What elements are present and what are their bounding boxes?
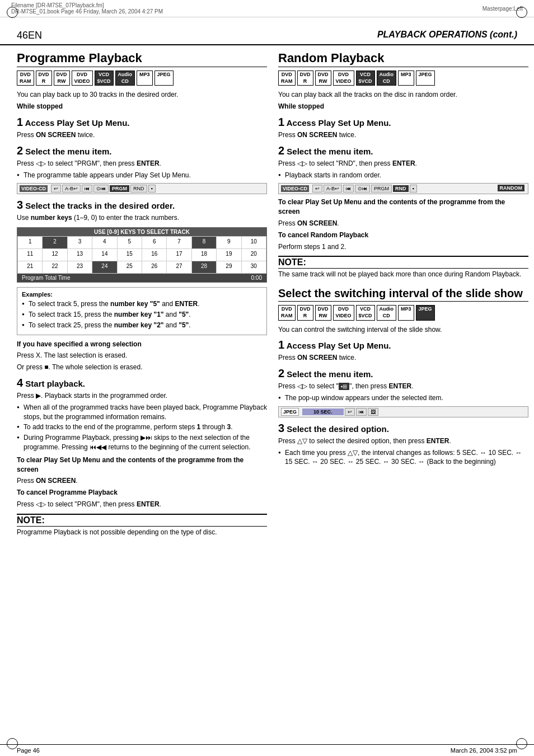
badge-row-programme: DVDRAM DVDR DVDRW DVDVIDEO VCD$VCD Audio… [17,71,267,86]
badge-dvd-r-s: DVDR [297,305,313,320]
track-cell-29: 29 [217,261,241,274]
track-cell-20: 20 [242,249,266,261]
r-step2-bullets: Playback starts in random order. [278,171,528,180]
step4-heading: 4 Start playback. [17,377,267,389]
track-cell-25: 25 [118,261,142,274]
track-cell-30: 30 [242,261,266,274]
clear-text: Press ON SCREEN. [17,476,267,486]
badge-audio-cd: AudioCD [115,71,135,86]
step4-bullet3: During Programme Playback, pressing ▶⏭ s… [17,433,267,452]
badge-dvd-rw: DVDRW [54,71,70,86]
track-cell-24: 24 [92,261,117,274]
step4-bullet1: When all of the programmed tracks have b… [17,403,267,422]
s-step2-bullet1: The pop-up window appears under the sele… [278,393,528,403]
footer-page: Page 46 [17,747,40,754]
step2-bullets: The programme table appears under Play S… [17,171,267,180]
badge-row-random: DVDRAM DVDR DVDRW DVDVIDEO VCD$VCD Audio… [278,71,528,86]
track-cell-19: 19 [217,249,241,261]
track-cell-21: 21 [18,261,43,274]
badge-dvd-video-s: DVDVIDEO [333,305,354,320]
track-cell-4: 4 [92,237,117,249]
clear-heading: To clear Play Set Up Menu and the conten… [17,456,267,475]
track-cell-15: 15 [118,249,142,261]
right-column: Random Playback DVDRAM DVDR DVDRW DVDVID… [278,51,528,539]
wrong-selection-text1: Press X. The last selection is erased. [17,351,267,360]
page-title: PLAYBACK OPERATIONS (cont.) [377,22,517,40]
content-area: Programme Playback DVDRAM DVDR DVDRW DVD… [0,45,534,545]
clear-screen-text: Press ON SCREEN. [278,219,528,228]
programme-intro: You can play back up to 30 tracks in the… [17,90,267,100]
track-cell-10: 10 [242,237,266,249]
note-heading-programme: NOTE: [17,514,267,527]
badge-dvd-video: DVDVIDEO [72,71,93,86]
step1-heading: 1 Access Play Set Up Menu. [17,116,267,129]
step3-desc: Use number keys (1–9, 0) to enter the tr… [17,213,267,223]
cancel-random-text: Perform steps 1 and 2. [278,242,528,252]
track-grid-cells: 1 2 3 4 5 6 7 8 9 10 11 12 13 14 15 16 1… [17,236,266,274]
r-step2-desc: Press ◁▷ to select "RND", then press ENT… [278,159,528,168]
track-cell-28: 28 [192,261,217,274]
badge-vcd-svcd: VCD$VCD [95,71,114,86]
track-cell-13: 13 [68,249,92,261]
programme-playback-title: Programme Playback [17,51,267,67]
s-step2-bullets: The pop-up window appears under the sele… [278,393,528,403]
cancel-programme-heading: To cancel Programme Playback [17,488,267,497]
examples-box: Examples: To select track 5, press the n… [17,287,267,335]
track-grid: USE [0-9] KEYS TO SELECT TRACK 1 2 3 4 5… [17,227,267,283]
track-grid-header: USE [0-9] KEYS TO SELECT TRACK [17,228,266,236]
examples-title: Examples: [22,291,262,298]
track-cell-23: 23 [68,261,92,274]
badge-jpeg-r: JPEG [416,71,435,86]
badge-mp3-s: MP3 [398,305,414,320]
badge-vcd-svcd-s: VCD$VCD [356,305,375,320]
step4-desc: Press ▶. Playback starts in the programm… [17,391,267,401]
track-cell-6: 6 [142,237,167,249]
step1-desc: Press ON SCREEN twice. [17,130,267,140]
badge-dvd-rw-r: DVDRW [315,71,331,86]
cancel-programme-text: Press ◁▷ to select "PRGM", then press EN… [17,500,267,509]
track-cell-26: 26 [142,261,167,274]
step4-bullet2: To add tracks to the end of the programm… [17,422,267,432]
jpeg-menu-bar: JPEG 10 SEC. ↩ ⏮ 🖼 [278,406,528,417]
step2-heading: 2 Select the menu item. [17,144,267,157]
s-step2-heading: 2 Select the menu item. [278,367,528,380]
while-stopped-label: While stopped [17,102,267,111]
track-cell-5: 5 [118,237,142,249]
badge-dvd-r-r: DVDR [297,71,313,86]
filename-label: Filename [DR-M7SE_07Playback.fm] DR-M7SE… [11,2,163,15]
step3-heading: 3 Select the tracks in the desired order… [17,199,267,212]
note-text-random: The same track will not be played back m… [278,270,528,279]
badge-dvd-ram: DVDRAM [17,71,34,86]
slide-intro: You can control the switching interval o… [278,325,528,335]
jpeg-highlight: 10 SEC. [302,408,344,415]
step4-bullets: When all of the programmed tracks have b… [17,403,267,452]
track-cell-14: 14 [92,249,117,261]
track-cell-11: 11 [18,249,43,261]
track-cell-3: 3 [68,237,92,249]
corner-mark-tl [7,7,18,18]
badge-jpeg: JPEG [154,71,174,86]
track-cell-22: 22 [43,261,67,274]
track-cell-8: 8 [192,237,217,249]
corner-mark-tr [516,7,527,18]
badge-mp3: MP3 [137,71,153,86]
example-3: To select track 25, press the number key… [22,321,262,330]
track-cell-9: 9 [217,237,241,249]
top-bar: Filename [DR-M7SE_07Playback.fm] DR-M7SE… [0,0,534,17]
track-cell-17: 17 [167,249,191,261]
badge-dvd-rw-s: DVDRW [315,305,331,320]
badge-dvd-ram-s: DVDRAM [278,305,296,320]
while-stopped-label-r: While stopped [278,102,528,111]
s-step1-heading: 1 Access Play Set Up Menu. [278,339,528,351]
badge-audio-cd-r: AudioCD [377,71,397,86]
footer-date: March 26, 2004 3:52 pm [451,747,517,754]
badge-mp3-r: MP3 [398,71,414,86]
track-cell-7: 7 [167,237,191,249]
page-footer: Page 46 March 26, 2004 3:52 pm [0,744,534,756]
badge-jpeg-s: JPEG [416,305,435,320]
track-cell-18: 18 [192,249,217,261]
badge-row-slideshow: DVDRAM DVDR DVDRW DVDVIDEO VCD$VCD Audio… [278,305,528,320]
slide-show-title: Select the switching interval of the sli… [278,287,528,302]
r-step1-heading: 1 Access Play Set Up Menu. [278,116,528,129]
track-cell-12: 12 [43,249,67,261]
